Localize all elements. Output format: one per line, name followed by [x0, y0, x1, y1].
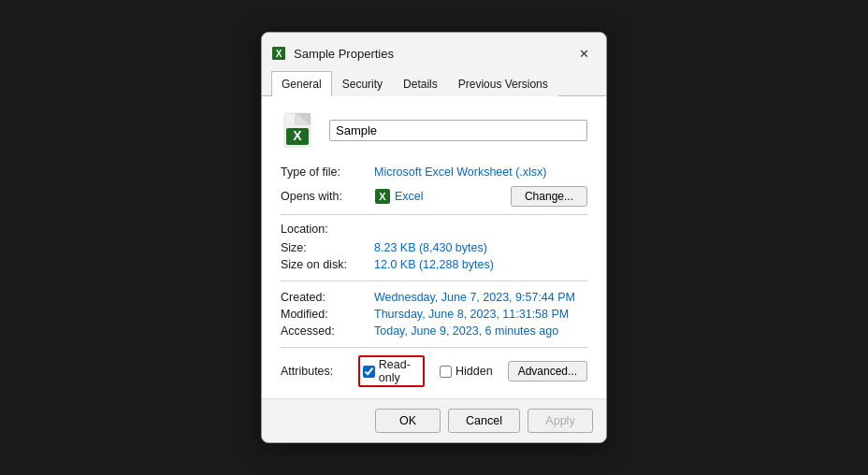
properties-dialog: X Sample Properties ✕ General Security D… [261, 32, 607, 443]
ok-button[interactable]: OK [375, 409, 441, 433]
dialog-icon: X [271, 46, 286, 61]
apply-button[interactable]: Apply [528, 409, 593, 433]
info-table: Type of file: Microsoft Excel Worksheet … [281, 164, 587, 180]
dialog-title: Sample Properties [294, 47, 572, 61]
title-bar: X Sample Properties ✕ [262, 33, 606, 70]
readonly-checkbox-wrap: Read-only [358, 355, 425, 387]
type-label: Type of file: [281, 164, 374, 180]
divider-3 [281, 347, 587, 348]
created-value: Wednesday, June 7, 2023, 9:57:44 PM [374, 289, 587, 306]
opens-with-label: Opens with: [281, 190, 374, 203]
file-header: X [281, 111, 587, 149]
type-value: Microsoft Excel Worksheet (.xlsx) [374, 164, 587, 180]
size-row: Size: 8.23 KB (8,430 bytes) [281, 239, 587, 256]
dialog-footer: OK Cancel Apply [262, 398, 606, 442]
cancel-button[interactable]: Cancel [448, 409, 520, 433]
opens-with-row: Opens with: X Excel Change... [281, 186, 587, 207]
hidden-label: Hidden [456, 365, 493, 378]
attributes-row: Attributes: Read-only Hidden Advanced... [281, 355, 587, 387]
tab-bar: General Security Details Previous Versio… [262, 70, 606, 96]
tab-security[interactable]: Security [332, 71, 393, 96]
size-on-disk-row: Size on disk: 12.0 KB (12,288 bytes) [281, 256, 587, 273]
divider-1 [281, 214, 587, 215]
tab-details[interactable]: Details [393, 71, 448, 96]
svg-text:X: X [293, 128, 302, 143]
accessed-row: Accessed: Today, June 9, 2023, 6 minutes… [281, 323, 587, 339]
attributes-label: Attributes: [281, 365, 358, 378]
close-button[interactable]: ✕ [572, 42, 595, 65]
opens-with-app: Excel [395, 190, 424, 203]
modified-row: Modified: Thursday, June 8, 2023, 11:31:… [281, 306, 587, 323]
tab-previous-versions[interactable]: Previous Versions [448, 71, 558, 96]
svg-text:X: X [379, 191, 386, 202]
size-label: Size: [281, 239, 374, 256]
advanced-button[interactable]: Advanced... [508, 361, 587, 381]
size-on-disk-value: 12.0 KB (12,288 bytes) [374, 256, 587, 273]
type-row: Type of file: Microsoft Excel Worksheet … [281, 164, 587, 180]
svg-text:X: X [276, 49, 282, 59]
modified-label: Modified: [281, 306, 374, 323]
excel-app-icon: X [374, 188, 391, 205]
size-on-disk-label: Size on disk: [281, 256, 374, 273]
dates-table: Created: Wednesday, June 7, 2023, 9:57:4… [281, 289, 587, 339]
dialog-content: X Type of file: Microsoft Excel Workshee… [262, 96, 606, 398]
created-label: Created: [281, 289, 374, 306]
hidden-checkbox[interactable] [440, 366, 452, 378]
change-button[interactable]: Change... [511, 186, 587, 207]
size-table: Size: 8.23 KB (8,430 bytes) Size on disk… [281, 239, 587, 273]
size-value: 8.23 KB (8,430 bytes) [374, 239, 587, 256]
divider-2 [281, 281, 587, 281]
readonly-label: Read-only [379, 358, 420, 384]
tab-general[interactable]: General [271, 71, 332, 96]
excel-file-icon: X [281, 111, 318, 149]
accessed-label: Accessed: [281, 323, 374, 339]
location-label: Location: [281, 223, 587, 236]
file-name-input[interactable] [329, 120, 587, 141]
hidden-checkbox-wrap: Hidden [436, 363, 497, 380]
accessed-value: Today, June 9, 2023, 6 minutes ago [374, 323, 587, 339]
readonly-checkbox[interactable] [363, 366, 375, 378]
created-row: Created: Wednesday, June 7, 2023, 9:57:4… [281, 289, 587, 306]
modified-value: Thursday, June 8, 2023, 11:31:58 PM [374, 306, 587, 323]
